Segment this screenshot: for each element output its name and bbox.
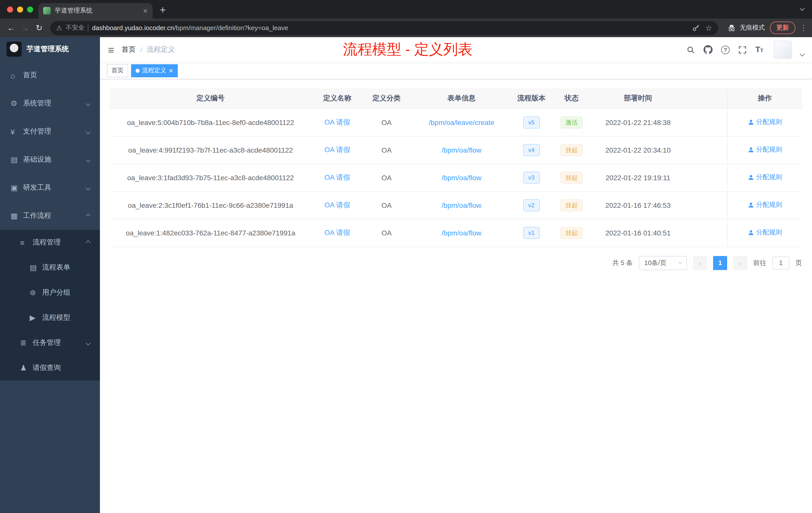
cell-category: OA bbox=[363, 163, 409, 191]
column-header: 定义分类 bbox=[363, 88, 409, 109]
github-icon[interactable] bbox=[703, 45, 713, 54]
sidebar-item-workflow[interactable]: ▦工作流程 bbox=[0, 202, 100, 230]
form-link[interactable]: /bpm/oa/flow bbox=[442, 174, 482, 181]
table-header-row: 定义编号定义名称定义分类表单信息流程版本状态部署时间操作 bbox=[110, 88, 802, 109]
column-header: 部署时间 bbox=[594, 88, 683, 109]
goto-page-input[interactable] bbox=[772, 256, 789, 269]
cell-definition-name: OA 请假 bbox=[311, 136, 363, 163]
incognito-icon bbox=[727, 24, 736, 32]
cell-form-info: /bpm/oa/leave/create bbox=[410, 109, 514, 136]
form-link[interactable]: /bpm/oa/flow bbox=[442, 146, 482, 154]
fullscreen-icon[interactable] bbox=[738, 46, 747, 54]
cell-form-info: /bpm/oa/flow bbox=[410, 191, 514, 219]
new-tab-button[interactable]: + bbox=[160, 4, 166, 15]
assign-rule-link[interactable]: 分配规则 bbox=[748, 118, 782, 127]
sidebar-item-label: 首页 bbox=[23, 71, 91, 80]
cell-status: 激活 bbox=[549, 109, 593, 136]
browser-menu-icon[interactable]: ⋮ bbox=[799, 24, 808, 32]
address-bar[interactable]: ⚠ 不安全 dashboard.yudao.iocoder.cn/bpm/man… bbox=[50, 21, 718, 35]
active-dot bbox=[136, 68, 140, 72]
user-icon: ♟ bbox=[20, 363, 33, 372]
sidebar-collapse-icon[interactable]: ≡ bbox=[108, 44, 114, 55]
view-tag-active[interactable]: 流程定义× bbox=[131, 64, 178, 77]
definition-name-link[interactable]: OA 请假 bbox=[324, 118, 350, 126]
cell-action: 分配规则 bbox=[727, 163, 802, 191]
sidebar-item-home[interactable]: ⌂首页 bbox=[0, 61, 100, 89]
help-icon[interactable]: ? bbox=[721, 46, 730, 54]
annotation-text: 流程模型 - 定义列表 bbox=[343, 40, 472, 60]
table-row: oa_leave:4:991f2193-7b7f-11ec-a3c8-acde4… bbox=[110, 136, 802, 163]
font-size-icon[interactable]: TT bbox=[755, 45, 763, 54]
minimize-window-button[interactable] bbox=[17, 6, 23, 12]
sidebar-menu: ⌂首页⚙系统管理¥支付管理▤基础设施▣研发工具▦工作流程≡流程管理▤流程表单⊚用… bbox=[0, 61, 100, 381]
app-logo-row[interactable]: 芋道管理系统 bbox=[0, 37, 100, 61]
tab-title: 芋道管理系统 bbox=[55, 6, 139, 15]
sidebar-item-task-management[interactable]: ≣任务管理 bbox=[0, 330, 100, 355]
assign-rule-link[interactable]: 分配规则 bbox=[748, 173, 782, 182]
close-window-button[interactable] bbox=[7, 6, 13, 12]
cell-definition-id: oa_leave:2:3c1f0ef1-76b1-11ec-9c66-a2380… bbox=[110, 191, 311, 219]
search-icon[interactable] bbox=[687, 46, 695, 54]
forward-button[interactable]: → bbox=[18, 23, 32, 32]
definition-name-link[interactable]: OA 请假 bbox=[324, 145, 350, 153]
bookmark-star-icon[interactable]: ☆ bbox=[705, 24, 712, 32]
breadcrumb-home[interactable]: 首页 bbox=[122, 45, 136, 54]
security-label[interactable]: 不安全 bbox=[65, 24, 84, 32]
sidebar-item-process-form[interactable]: ▤流程表单 bbox=[0, 255, 100, 280]
sidebar-item-label: 基础设施 bbox=[23, 155, 86, 164]
cell-filler bbox=[682, 163, 727, 191]
table-row: oa_leave:5:004b710b-7b8a-11ec-8ef0-acde4… bbox=[110, 109, 802, 136]
breadcrumb-current: 流程定义 bbox=[147, 45, 175, 54]
tab-search-chevron-icon[interactable] bbox=[800, 6, 805, 11]
cell-version: v3 bbox=[513, 163, 549, 191]
screen: 芋道管理系统 × + ← → ↻ ⚠ 不安全 dashboard.yudao.i… bbox=[0, 0, 812, 513]
breadcrumb-separator: / bbox=[140, 46, 142, 54]
page-number-1[interactable]: 1 bbox=[713, 256, 727, 270]
avatar-caret-icon[interactable] bbox=[800, 52, 805, 57]
reload-button[interactable]: ↻ bbox=[32, 23, 46, 33]
form-link[interactable]: /bpm/oa/flow bbox=[442, 229, 482, 237]
definition-name-link[interactable]: OA 请假 bbox=[324, 173, 350, 181]
omnibox-actions: ☆ bbox=[692, 24, 712, 32]
view-tag-inactive[interactable]: 首页 bbox=[107, 64, 128, 77]
sidebar-item-user-group[interactable]: ⊚用户分组 bbox=[0, 280, 100, 305]
cell-status: 挂起 bbox=[549, 136, 593, 163]
prev-page-button[interactable]: ‹ bbox=[693, 256, 707, 270]
sidebar-item-process-model[interactable]: ▶流程模型 bbox=[0, 305, 100, 330]
version-tag: v3 bbox=[523, 172, 540, 183]
version-tag: v2 bbox=[523, 199, 540, 211]
sidebar-item-system-management[interactable]: ⚙系统管理 bbox=[0, 89, 100, 117]
url-domain: dashboard.yudao.iocoder.cn bbox=[92, 24, 174, 32]
browser-tab[interactable]: 芋道管理系统 × bbox=[38, 3, 153, 19]
cell-category: OA bbox=[363, 109, 409, 136]
sidebar-item-process-management[interactable]: ≡流程管理 bbox=[0, 230, 100, 255]
back-button[interactable]: ← bbox=[4, 23, 18, 32]
user-icon bbox=[748, 147, 754, 153]
form-link[interactable]: /bpm/oa/flow bbox=[442, 201, 482, 209]
definition-name-link[interactable]: OA 请假 bbox=[324, 201, 350, 209]
next-page-button[interactable]: › bbox=[733, 256, 747, 270]
sidebar-item-label: 流程模型 bbox=[42, 313, 91, 322]
definition-name-link[interactable]: OA 请假 bbox=[324, 228, 350, 236]
sidebar-item-payment-management[interactable]: ¥支付管理 bbox=[0, 117, 100, 146]
sidebar-item-dev-tools[interactable]: ▣研发工具 bbox=[0, 174, 100, 202]
app-title: 芋道管理系统 bbox=[27, 45, 69, 54]
page-size-select[interactable]: 10条/页 bbox=[639, 256, 687, 270]
chevron-down-icon bbox=[86, 340, 91, 345]
assign-rule-label: 分配规则 bbox=[756, 201, 782, 210]
avatar[interactable] bbox=[774, 41, 792, 59]
maximize-window-button[interactable] bbox=[27, 6, 33, 12]
form-link[interactable]: /bpm/oa/leave/create bbox=[429, 118, 494, 126]
tab-close-icon[interactable]: × bbox=[143, 7, 148, 15]
key-icon[interactable] bbox=[692, 24, 700, 32]
tag-close-icon[interactable]: × bbox=[169, 67, 173, 74]
browser-toolbar: ← → ↻ ⚠ 不安全 dashboard.yudao.iocoder.cn/b… bbox=[0, 19, 812, 37]
assign-rule-link[interactable]: 分配规则 bbox=[748, 228, 782, 237]
sidebar-item-leave-query[interactable]: ♟请假查询 bbox=[0, 355, 100, 381]
update-button[interactable]: 更新 bbox=[770, 22, 795, 34]
sidebar-item-label: 流程管理 bbox=[33, 238, 86, 247]
main-area: ≡ 首页 / 流程定义 流程模型 - 定义列表 ? TT 首页流程定义× bbox=[100, 37, 812, 513]
sidebar-item-infrastructure[interactable]: ▤基础设施 bbox=[0, 146, 100, 174]
assign-rule-link[interactable]: 分配规则 bbox=[748, 201, 782, 210]
assign-rule-link[interactable]: 分配规则 bbox=[748, 145, 782, 154]
